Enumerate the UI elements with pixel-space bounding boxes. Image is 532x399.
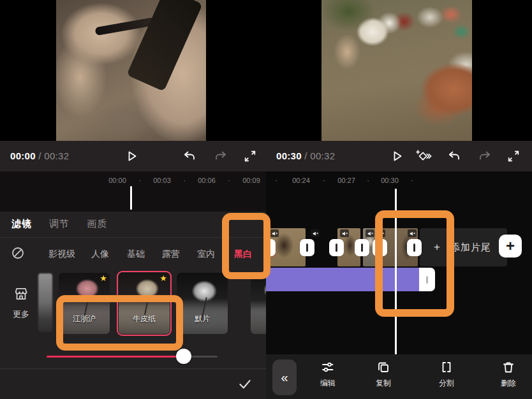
- split-label: 分割: [426, 378, 467, 389]
- redo-button[interactable]: [476, 147, 494, 165]
- split-icon: [439, 359, 454, 375]
- keyframe-button[interactable]: [415, 147, 432, 165]
- tab-divider: [0, 237, 266, 238]
- video-preview-right[interactable]: [321, 0, 472, 144]
- edit-button[interactable]: 编辑: [307, 359, 348, 389]
- add-ending-label: 添加片尾: [450, 242, 491, 254]
- clip-muted-chip: [270, 229, 279, 237]
- clip-muted-chip: [340, 229, 349, 237]
- ruler-tick: 00:03: [153, 177, 171, 184]
- video-preview-left[interactable]: [56, 0, 206, 141]
- add-clip-button[interactable]: +: [499, 235, 522, 258]
- timecode-left: 00:00 / 00:32: [10, 150, 69, 161]
- ruler-dot: ·: [411, 177, 413, 184]
- play-icon: [389, 149, 404, 164]
- category-portrait[interactable]: 人像: [91, 249, 109, 260]
- ruler-tick: 00:00: [108, 177, 126, 184]
- clip-muted-chip: [311, 229, 320, 237]
- play-icon: [124, 149, 139, 164]
- split-button[interactable]: 分割: [426, 359, 467, 389]
- clip-muted-chip: [366, 229, 374, 237]
- ruler-dot: ·: [275, 177, 277, 184]
- edit-label: 编辑: [307, 378, 348, 389]
- filter-none-button[interactable]: [11, 246, 25, 260]
- playhead-left[interactable]: [130, 186, 132, 210]
- total-time: 00:32: [310, 150, 335, 161]
- transition-button[interactable]: [266, 239, 276, 256]
- filter-tile-niupizhi-selected[interactable]: ★ 牛皮纸: [119, 273, 170, 334]
- transition-button[interactable]: [407, 239, 422, 256]
- delete-button[interactable]: 删除: [488, 359, 529, 389]
- filter-name: 牛皮纸: [119, 314, 170, 324]
- more-filters-button[interactable]: 更多: [9, 286, 33, 320]
- trash-icon: [501, 359, 516, 375]
- collapse-toolbar-button[interactable]: «: [272, 359, 297, 395]
- fullscreen-icon: [506, 149, 521, 163]
- audio-trim-handle[interactable]: [419, 268, 435, 291]
- category-camping[interactable]: 露营: [162, 249, 180, 260]
- category-basic[interactable]: 基础: [127, 249, 145, 260]
- ruler-dot: ·: [367, 177, 369, 184]
- transition-button[interactable]: [373, 239, 387, 256]
- speaker-mute-icon: [312, 231, 319, 236]
- redo-icon: [478, 149, 492, 163]
- fullscreen-button[interactable]: [241, 147, 259, 165]
- redo-button[interactable]: [212, 147, 230, 165]
- play-button[interactable]: [388, 147, 406, 165]
- filter-intensity-track-filled[interactable]: [47, 356, 183, 358]
- filter-confirm-bar: [0, 368, 266, 399]
- slash: /: [38, 150, 41, 161]
- tab-quality[interactable]: 画质: [87, 218, 107, 230]
- tab-filter[interactable]: 滤镜: [11, 218, 32, 230]
- speaker-mute-icon: [367, 231, 374, 236]
- transition-button[interactable]: [355, 239, 369, 256]
- clip-muted-chip: [408, 229, 417, 237]
- transition-button[interactable]: [300, 239, 314, 256]
- ruler-dot: ·: [323, 177, 325, 184]
- undo-button[interactable]: [445, 147, 463, 165]
- clip-toolbar: « 编辑 复制 分割: [266, 354, 532, 399]
- more-label: 更多: [9, 308, 33, 320]
- playhead-right[interactable]: [395, 189, 397, 354]
- filter-name: 默片: [177, 314, 228, 324]
- transport-bar-left: 00:00 / 00:32: [0, 141, 266, 171]
- delete-label: 删除: [488, 378, 529, 389]
- filter-name: 江浙沪: [59, 314, 110, 324]
- category-blackwhite[interactable]: 黑白: [234, 249, 252, 260]
- collapse-icon: «: [281, 370, 288, 385]
- fullscreen-button[interactable]: [505, 147, 522, 165]
- tab-adjust[interactable]: 调节: [49, 218, 70, 230]
- redo-icon: [214, 149, 228, 163]
- filter-tile-jiangzhehu[interactable]: ★ 江浙沪: [59, 273, 110, 334]
- edit-sliders-icon: [320, 359, 336, 375]
- copy-icon: [376, 359, 391, 375]
- timeline-screen: 00:30 / 00:32 ·: [266, 0, 532, 399]
- confirm-button[interactable]: [237, 375, 255, 393]
- none-icon: [11, 246, 25, 260]
- category-indoor[interactable]: 室内: [197, 249, 215, 260]
- category-cinematic[interactable]: 影视级: [48, 249, 75, 260]
- undo-button[interactable]: [181, 147, 198, 165]
- ruler-dot: ·: [228, 177, 230, 184]
- filter-tile-partial[interactable]: [38, 273, 52, 332]
- video-editor-app: 00:00 / 00:32 00:00 · 00:03 · 00:06 · 00…: [0, 0, 532, 399]
- transition-button[interactable]: [329, 239, 344, 256]
- ruler-tick: 00:09: [242, 177, 260, 184]
- filter-tile-tuise[interactable]: 褪色: [251, 273, 266, 334]
- timeline-ruler-left[interactable]: 00:00 · 00:03 · 00:06 · 00:09: [0, 171, 266, 212]
- filter-screen: 00:00 / 00:32 00:00 · 00:03 · 00:06 · 00…: [0, 0, 266, 399]
- ruler-dot: ·: [138, 177, 141, 184]
- play-button[interactable]: [122, 147, 140, 165]
- timecode-right: 00:30 / 00:32: [276, 150, 335, 161]
- speaker-mute-icon: [409, 231, 416, 236]
- add-ending-button[interactable]: + 添加片尾: [420, 228, 507, 266]
- slash: /: [304, 150, 307, 161]
- filter-intensity-knob[interactable]: [176, 349, 191, 364]
- ruler-tick: 00:06: [198, 177, 216, 184]
- undo-icon: [182, 149, 196, 163]
- filter-tile-mopian[interactable]: 默片: [177, 273, 228, 334]
- filter-name: 褪色: [251, 314, 266, 324]
- star-icon: ★: [159, 273, 167, 283]
- copy-button[interactable]: 复制: [363, 359, 404, 389]
- preview-tool-object: [126, 0, 202, 91]
